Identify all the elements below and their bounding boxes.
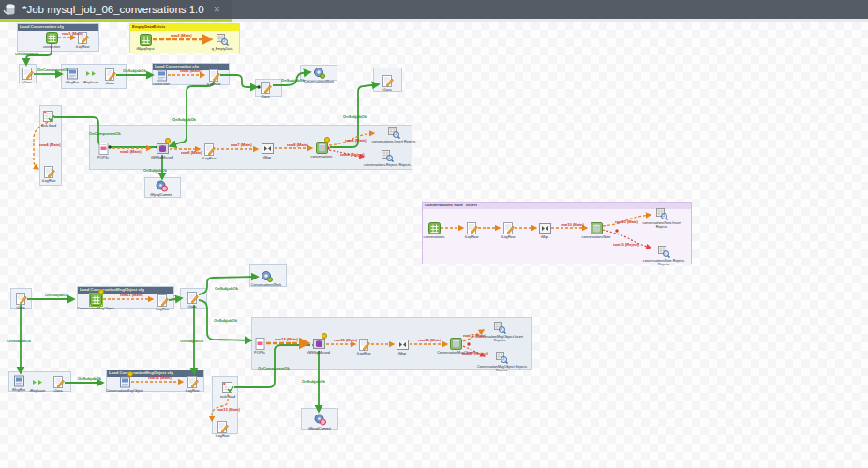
component-tjava[interactable] <box>187 292 199 304</box>
component-tlogrow[interactable] <box>187 376 199 388</box>
component-tjava[interactable] <box>104 68 116 81</box>
component-treplicate[interactable] <box>85 68 97 80</box>
component-tmap[interactable] <box>262 143 274 155</box>
subjob-box-header: EmptyDataExists <box>130 24 239 31</box>
arrows-green-icon <box>32 376 44 388</box>
green-db-icon <box>316 142 328 154</box>
component-conversationsnote-rejects-rejects[interactable] <box>658 246 670 258</box>
trigger-label: OnSubjobOk <box>172 118 196 122</box>
commit-icon <box>314 414 326 426</box>
component-tjava[interactable] <box>382 75 394 87</box>
component-tmap[interactable] <box>397 339 409 351</box>
purple-db-icon <box>157 143 169 155</box>
file-edit-icon <box>43 166 55 178</box>
tmap-icon <box>397 339 409 351</box>
magnifier-icon <box>496 352 508 364</box>
green-db-icon <box>591 222 603 234</box>
component-conversationmsgobject[interactable] <box>90 294 102 306</box>
component-tlogrow[interactable] <box>358 339 370 351</box>
file-edit-icon <box>15 293 27 305</box>
gear-icon <box>261 270 273 282</box>
component-conversationmsgobject-insert-rejects[interactable] <box>494 322 506 334</box>
component-tlogrow[interactable] <box>208 69 220 82</box>
file-edit-icon <box>260 82 272 94</box>
component-pop3s[interactable] <box>254 338 266 350</box>
subjob-box[interactable] <box>89 125 412 170</box>
component-conversations-rejects-rejects[interactable] <box>382 150 394 162</box>
magnifier-icon <box>494 322 506 334</box>
gear-icon <box>313 67 325 79</box>
subjob-box-header: Conversations Note "Insert" <box>423 203 691 209</box>
component-conversationmsgobject-rejects-rejects[interactable] <box>496 352 508 364</box>
component-tlogrow[interactable] <box>502 222 515 234</box>
job-design-canvas[interactable]: Load Conversation cfgEmptyDataExistsLoad… <box>0 22 868 468</box>
warning-icon <box>98 289 104 294</box>
component-connection[interactable] <box>156 69 168 82</box>
warning-icon <box>322 333 327 339</box>
subjob-box[interactable]: Conversations Note "Insert" <box>422 202 692 264</box>
file-edit-icon <box>22 68 34 80</box>
component-q-emptydata[interactable] <box>217 34 229 46</box>
component-label: tLogRow <box>198 434 247 438</box>
grid-green-icon <box>90 294 102 306</box>
component-tlogrow[interactable] <box>43 166 55 178</box>
component-connection[interactable] <box>46 32 58 44</box>
green-db-icon <box>450 338 462 350</box>
component-conversations[interactable] <box>316 142 328 154</box>
subjob-box[interactable] <box>251 317 532 370</box>
component-tjava[interactable] <box>22 68 34 80</box>
component-conversationmsgobject[interactable] <box>450 338 462 350</box>
component-treplicate[interactable] <box>32 376 44 388</box>
component-tmssqlmissed[interactable] <box>157 143 169 155</box>
component-tjava[interactable] <box>52 376 65 388</box>
editor-tab-bar: *Job mysql_job_06_conversations 1.0 × <box>0 0 868 19</box>
component-tmssqlmissed[interactable] <box>313 338 325 350</box>
file-blue-icon <box>13 375 25 387</box>
magnifier-icon <box>382 150 394 162</box>
tasks-icon <box>222 382 234 394</box>
component-tmsgbox[interactable] <box>67 68 79 80</box>
trigger-label: OnSubjobOk <box>45 294 68 297</box>
component-tlogrow[interactable] <box>157 294 169 307</box>
trigger-label: OnSubjobOk <box>180 340 203 343</box>
tasks-icon <box>43 111 55 123</box>
component-tmysqlinput[interactable] <box>140 34 152 46</box>
component-tmap[interactable] <box>539 222 551 234</box>
component-conversationmsgobject[interactable] <box>119 376 131 388</box>
component-task-tload[interactable] <box>43 111 55 123</box>
component-conversationsnote-insert-rejects[interactable] <box>656 208 668 220</box>
component-conversations[interactable] <box>428 222 441 234</box>
component-task-tload[interactable] <box>222 382 234 394</box>
component-conversationswork[interactable] <box>261 270 273 282</box>
component-pop3s[interactable] <box>97 143 110 155</box>
tab-title: *Job mysql_job_06_conversations 1.0 <box>22 4 204 15</box>
pink-doc-icon <box>254 338 266 350</box>
trigger-label: OnSubjobOk <box>214 319 237 323</box>
arrows-green-icon <box>85 68 97 80</box>
component-tjava[interactable] <box>15 293 27 305</box>
component-tmsgbox[interactable] <box>13 375 25 387</box>
magnifier-icon <box>656 208 668 220</box>
file-edit-icon <box>157 294 169 307</box>
component-tlogrow[interactable] <box>77 32 89 44</box>
tmap-icon <box>262 143 274 155</box>
file-blue-icon <box>119 376 131 388</box>
file-blue-icon <box>156 69 168 82</box>
component-tlogrow[interactable] <box>203 143 216 156</box>
trigger-label: OnSubjobOk <box>215 287 238 291</box>
component-tjava[interactable] <box>260 82 272 94</box>
component-tmysqlcommit[interactable] <box>156 180 168 192</box>
file-edit-icon <box>502 222 515 234</box>
component-conversations-insert-rejects[interactable] <box>388 127 400 139</box>
component-conversationswork[interactable] <box>313 67 325 79</box>
tab-close-icon[interactable]: × <box>214 3 220 16</box>
subjob-box-header: Load Conversation cfg <box>18 24 98 31</box>
component-tlogrow[interactable] <box>217 421 229 433</box>
component-conversationsnote[interactable] <box>591 222 603 234</box>
file-edit-icon <box>77 32 89 44</box>
tab-job-mysql-job-06-conversations[interactable]: *Job mysql_job_06_conversations 1.0 × <box>0 0 232 19</box>
component-tlogrow[interactable] <box>466 222 478 234</box>
trigger-label: OnSubjobOk <box>15 53 38 56</box>
tmap-icon <box>539 222 551 234</box>
component-tmysqlcommit[interactable] <box>314 414 326 426</box>
